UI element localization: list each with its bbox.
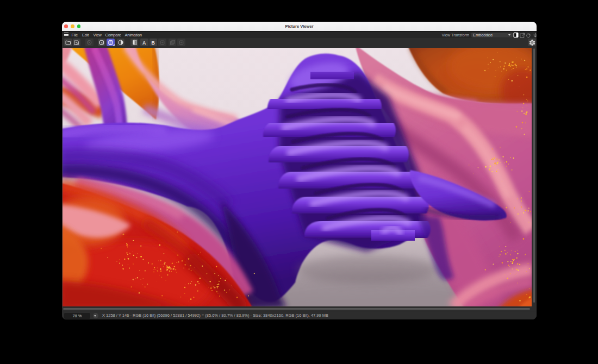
svg-text:B: B [152, 40, 155, 46]
svg-text:A: A [142, 40, 146, 46]
